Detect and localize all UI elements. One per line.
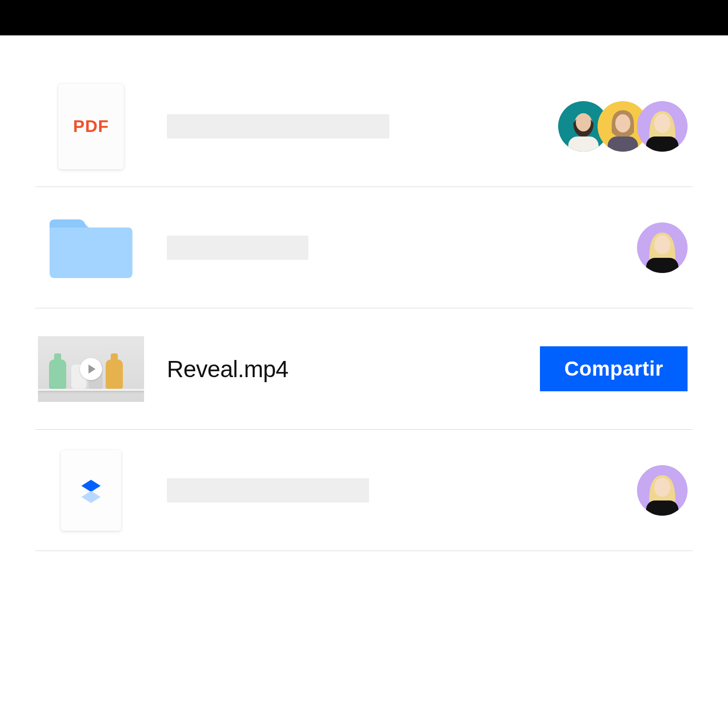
file-name <box>167 114 490 139</box>
avatar-stack <box>558 101 688 152</box>
folder-icon <box>35 210 147 286</box>
svg-rect-3 <box>568 136 599 152</box>
svg-point-9 <box>654 114 670 133</box>
dropbox-glyph-icon <box>76 476 106 505</box>
name-placeholder <box>167 236 308 260</box>
avatar[interactable] <box>637 101 688 152</box>
svg-point-12 <box>654 235 670 254</box>
pdf-label: PDF <box>73 116 109 136</box>
svg-point-17 <box>654 478 670 497</box>
file-name <box>167 236 490 260</box>
dropbox-file-icon <box>35 450 147 531</box>
file-name-text: Reveal.mp4 <box>167 355 288 383</box>
file-name: Reveal.mp4 <box>167 355 490 383</box>
svg-rect-7 <box>608 136 638 152</box>
list-item[interactable] <box>35 187 693 308</box>
window-titlebar <box>0 0 728 35</box>
svg-rect-18 <box>646 500 678 516</box>
name-placeholder <box>167 114 389 139</box>
avatar[interactable] <box>637 222 688 273</box>
share-button[interactable]: Compartir <box>540 346 688 391</box>
video-thumbnail <box>35 336 147 402</box>
file-name <box>167 478 490 503</box>
svg-marker-14 <box>81 480 101 492</box>
list-item[interactable]: Reveal.mp4 Compartir <box>35 308 693 430</box>
name-placeholder <box>167 478 369 503</box>
svg-rect-13 <box>646 258 678 273</box>
avatar[interactable] <box>637 465 688 516</box>
file-list: PDF <box>0 35 728 551</box>
svg-point-6 <box>615 114 630 132</box>
svg-rect-10 <box>646 136 678 152</box>
pdf-card: PDF <box>58 83 124 169</box>
play-icon <box>80 358 102 380</box>
collaborators <box>511 222 693 273</box>
collaborators <box>511 101 693 152</box>
collaborators <box>511 465 693 516</box>
svg-point-2 <box>576 113 591 131</box>
file-icon-pdf: PDF <box>35 83 147 169</box>
list-item[interactable]: PDF <box>35 66 693 187</box>
list-item[interactable] <box>35 430 693 551</box>
svg-marker-15 <box>81 491 101 503</box>
